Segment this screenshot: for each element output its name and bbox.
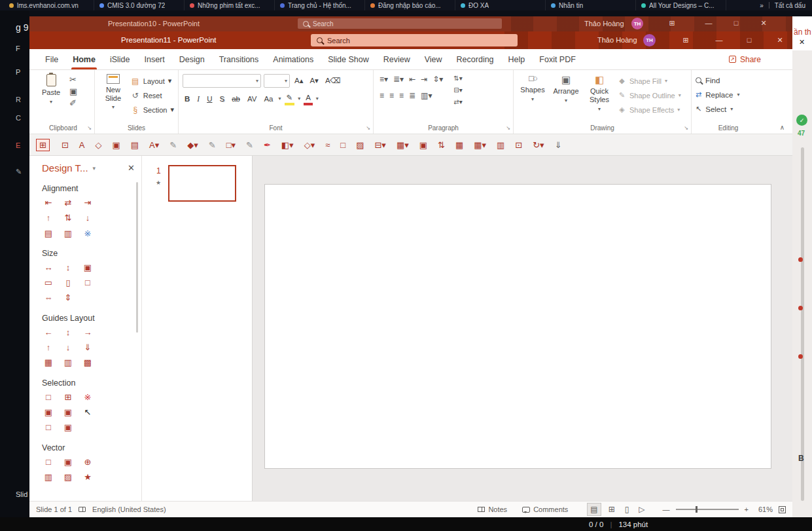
character-spacing-button[interactable]: AV [245, 94, 259, 105]
guides-tool-icon[interactable]: ↕ [62, 328, 75, 337]
slide-editing-surface[interactable] [264, 184, 771, 469]
browser-tab[interactable]: Nhắn tin [546, 0, 636, 10]
size-tool-icon[interactable]: ↔ [42, 263, 55, 272]
paragraph-side-command-icon[interactable]: ⇅▾ [451, 74, 464, 83]
toolbar-icon[interactable]: ✎ [209, 141, 216, 149]
font-name-input[interactable] [183, 77, 256, 84]
guides-tool-icon[interactable]: ↓ [62, 343, 75, 352]
alignment-tool-icon[interactable]: ↑ [42, 213, 55, 223]
collapse-ribbon-icon[interactable]: ∧ [780, 124, 785, 131]
paragraph-alignment-icon[interactable]: ≡ [378, 90, 386, 101]
cut-icon[interactable]: ✂ [69, 75, 77, 84]
toolbar-icon[interactable]: ▦▾ [474, 141, 486, 149]
slides-command-button[interactable]: § Section ▾ [131, 104, 174, 115]
scrollbar[interactable] [801, 147, 804, 501]
toolbar-icon[interactable]: ⊞ [36, 139, 50, 151]
alignment-tool-icon[interactable]: ※ [81, 229, 94, 238]
toolbar-icon[interactable]: ▨ [356, 141, 364, 149]
clear-formatting-button[interactable]: A⌫ [323, 75, 343, 86]
guides-tool-icon[interactable]: ▦ [42, 358, 55, 367]
share-button[interactable]: ↗ Share [729, 55, 761, 64]
shrink-font-button[interactable]: A▾ [308, 75, 320, 86]
zoom-slider[interactable] [676, 509, 739, 510]
proofing-language-icon[interactable] [79, 507, 86, 512]
occluded-left-window-strip[interactable]: g 9 F P R C E ✎ Slid [0, 10, 29, 531]
view-mode-button[interactable]: ⊞ [606, 504, 618, 515]
arrange-button[interactable]: ▣ Arrange ▾ [551, 74, 581, 103]
paragraph-command-icon[interactable]: ≣▾ [391, 74, 406, 84]
view-mode-button[interactable]: ▤ [587, 503, 601, 516]
toolbar-icon[interactable]: ✎ [246, 141, 253, 149]
alignment-tool-icon[interactable]: ↓ [81, 213, 94, 223]
close-icon[interactable]: ✕ [799, 38, 805, 46]
selection-tool-icon[interactable]: ※ [81, 393, 94, 402]
dialog-launcher-icon[interactable]: ↘ [506, 125, 510, 131]
paragraph-alignment-icon[interactable]: ≡ [397, 90, 406, 101]
size-tool-icon[interactable]: □ [81, 278, 94, 287]
paragraph-command-icon[interactable]: ⇤ [407, 74, 417, 84]
font-size-input[interactable] [264, 77, 285, 84]
shapes-button[interactable]: □○ Shapes ▾ [518, 74, 548, 102]
toolbar-icon[interactable]: ◇▾ [304, 141, 315, 149]
browser-tab[interactable]: Trang chủ - Hệ thốn... [275, 0, 365, 10]
replace-button[interactable]: ⇄ Replace ▾ [696, 88, 739, 101]
selection-tool-icon[interactable]: □ [42, 423, 55, 432]
alignment-tool-icon[interactable]: ⇅ [62, 213, 75, 223]
ribbon-tab[interactable]: Design [172, 49, 212, 69]
toolbar-icon[interactable]: ▦▾ [397, 141, 409, 149]
size-tool-icon[interactable]: ↕ [62, 263, 75, 272]
dialog-launcher-icon[interactable]: ↘ [684, 125, 688, 131]
toolbar-icon[interactable]: ↻▾ [533, 141, 544, 149]
search-input[interactable] [327, 37, 512, 45]
underline-button[interactable]: U [205, 94, 214, 105]
paragraph-command-icon[interactable]: ⇥ [419, 74, 429, 84]
strikethrough-button[interactable]: ab [230, 94, 242, 105]
select-button[interactable]: ↖ Select ▾ [696, 103, 733, 115]
toolbar-icon[interactable]: ≈ [325, 141, 330, 149]
comments-button[interactable]: Comments [522, 505, 568, 513]
ribbon-tab[interactable]: View [417, 49, 450, 69]
language-label[interactable]: English (United States) [92, 505, 166, 513]
back-search-box[interactable]: Search [298, 18, 502, 29]
highlight-color-button[interactable]: ✎ [285, 92, 295, 105]
toolbar-icon[interactable]: □ [340, 141, 345, 149]
toolbar-icon[interactable]: ⇅ [438, 141, 445, 149]
toolbar-icon[interactable]: ▣ [112, 141, 120, 149]
toolbar-icon[interactable]: ⇓ [555, 141, 562, 149]
selection-tool-icon[interactable]: ▣ [42, 408, 55, 417]
ribbon-display-options-icon[interactable]: ⊞ [665, 19, 679, 27]
ribbon-tab[interactable]: Recording [450, 49, 501, 69]
ribbon-tab[interactable]: Review [376, 49, 417, 69]
selection-tool-icon[interactable]: ↖ [81, 408, 94, 417]
ribbon-tab[interactable]: File [38, 49, 65, 69]
toolbar-icon[interactable]: ⊟▾ [374, 141, 385, 149]
toolbar-icon[interactable]: ⊡ [62, 141, 69, 149]
selection-tool-icon[interactable]: ⊞ [62, 393, 75, 402]
toolbar-icon[interactable]: ▤ [131, 141, 139, 149]
close-button[interactable]: ✕ [773, 36, 787, 45]
avatar[interactable]: TH [643, 34, 656, 46]
font-size-combo[interactable]: ▾ [264, 74, 290, 88]
ribbon-tab[interactable]: Animations [266, 49, 321, 69]
browser-tab[interactable]: ĐO XA [455, 0, 546, 10]
font-color-button[interactable]: A [304, 92, 313, 105]
text-shadow-button[interactable]: S [217, 94, 226, 105]
tab-overflow-icon[interactable]: » [760, 2, 764, 9]
panel-close-icon[interactable]: ✕ [128, 163, 135, 173]
paragraph-side-command-icon[interactable]: ⊟▾ [451, 86, 464, 95]
alignment-tool-icon[interactable]: ▥ [62, 229, 75, 238]
browser-tab[interactable]: Những phim tất exc... [185, 0, 275, 10]
vector-tool-icon[interactable]: ▥ [42, 473, 55, 482]
view-mode-button[interactable]: ▯ [622, 504, 632, 515]
browser-tab[interactable]: Đăng nhập báo cáo... [365, 0, 455, 10]
shape-format-button[interactable]: ◈ Shape Effects ▾ [618, 104, 681, 115]
toolbar-icon[interactable]: ▥ [497, 141, 504, 149]
notes-button[interactable]: Notes [478, 505, 507, 513]
grow-font-button[interactable]: A▴ [292, 75, 305, 86]
restore-button[interactable]: □ [742, 36, 756, 44]
format-painter-icon[interactable]: ✐ [69, 99, 77, 107]
new-slide-button[interactable]: New Slide ▾ [99, 74, 128, 110]
fit-slide-to-window-icon[interactable] [779, 506, 786, 513]
zoom-in-button[interactable]: + [745, 505, 749, 513]
toolbar-icon[interactable]: ◧▾ [281, 141, 294, 149]
